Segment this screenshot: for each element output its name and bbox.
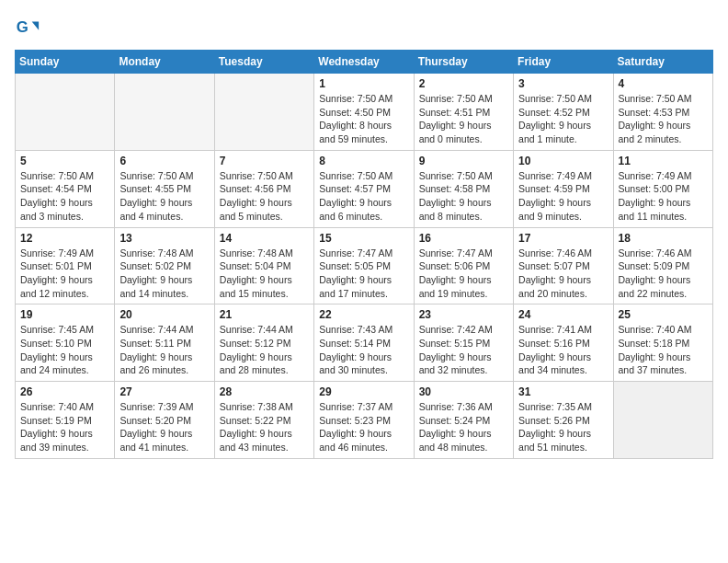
day-of-week-header: Tuesday — [214, 51, 313, 74]
day-info: Sunrise: 7:50 AM Sunset: 4:53 PM Dayligh… — [619, 92, 708, 146]
svg-marker-1 — [32, 21, 39, 29]
calendar-day-cell: 17Sunrise: 7:46 AM Sunset: 5:07 PM Dayli… — [514, 227, 613, 304]
calendar-day-cell: 14Sunrise: 7:48 AM Sunset: 5:04 PM Dayli… — [214, 227, 313, 304]
calendar-day-cell — [16, 74, 115, 151]
day-info: Sunrise: 7:48 AM Sunset: 5:02 PM Dayligh… — [119, 247, 209, 301]
calendar-day-cell: 15Sunrise: 7:47 AM Sunset: 5:05 PM Dayli… — [314, 227, 414, 304]
day-of-week-header: Sunday — [16, 51, 115, 74]
day-number: 27 — [119, 385, 209, 398]
calendar-day-cell: 25Sunrise: 7:40 AM Sunset: 5:18 PM Dayli… — [613, 304, 712, 382]
day-number: 30 — [419, 385, 508, 398]
calendar-day-cell: 1Sunrise: 7:50 AM Sunset: 4:50 PM Daylig… — [314, 74, 414, 151]
day-info: Sunrise: 7:47 AM Sunset: 5:05 PM Dayligh… — [319, 247, 408, 301]
day-info: Sunrise: 7:46 AM Sunset: 5:07 PM Dayligh… — [518, 247, 608, 301]
day-number: 9 — [419, 155, 508, 167]
day-number: 6 — [119, 155, 209, 167]
svg-text:G: G — [17, 18, 28, 36]
day-info: Sunrise: 7:49 AM Sunset: 5:01 PM Dayligh… — [20, 247, 109, 301]
day-info: Sunrise: 7:50 AM Sunset: 4:51 PM Dayligh… — [419, 92, 508, 146]
day-number: 5 — [20, 155, 109, 167]
day-number: 1 — [319, 77, 408, 90]
calendar-day-cell: 26Sunrise: 7:40 AM Sunset: 5:19 PM Dayli… — [16, 382, 115, 459]
day-info: Sunrise: 7:44 AM Sunset: 5:11 PM Dayligh… — [119, 323, 209, 377]
day-info: Sunrise: 7:50 AM Sunset: 4:50 PM Dayligh… — [319, 92, 408, 146]
calendar-day-cell — [115, 74, 214, 151]
calendar-week-row: 19Sunrise: 7:45 AM Sunset: 5:10 PM Dayli… — [16, 304, 713, 382]
calendar-day-cell: 29Sunrise: 7:37 AM Sunset: 5:23 PM Dayli… — [314, 382, 414, 459]
day-number: 11 — [619, 155, 708, 167]
day-info: Sunrise: 7:47 AM Sunset: 5:06 PM Dayligh… — [419, 247, 508, 301]
calendar-day-cell: 8Sunrise: 7:50 AM Sunset: 4:57 PM Daylig… — [314, 150, 414, 227]
day-info: Sunrise: 7:40 AM Sunset: 5:19 PM Dayligh… — [20, 400, 109, 454]
day-info: Sunrise: 7:44 AM Sunset: 5:12 PM Dayligh… — [220, 323, 309, 377]
logo-icon: G — [15, 15, 40, 40]
day-number: 2 — [419, 77, 508, 90]
day-info: Sunrise: 7:46 AM Sunset: 5:09 PM Dayligh… — [619, 247, 708, 301]
day-number: 3 — [518, 77, 608, 90]
day-number: 17 — [518, 232, 608, 245]
day-info: Sunrise: 7:50 AM Sunset: 4:56 PM Dayligh… — [220, 169, 309, 224]
day-info: Sunrise: 7:45 AM Sunset: 5:10 PM Dayligh… — [20, 323, 109, 377]
day-info: Sunrise: 7:37 AM Sunset: 5:23 PM Dayligh… — [319, 400, 408, 454]
day-number: 14 — [220, 232, 309, 245]
day-info: Sunrise: 7:49 AM Sunset: 5:00 PM Dayligh… — [619, 169, 708, 224]
day-number: 31 — [518, 385, 608, 398]
logo: G — [15, 15, 44, 40]
day-info: Sunrise: 7:41 AM Sunset: 5:16 PM Dayligh… — [518, 323, 608, 377]
calendar-day-cell: 13Sunrise: 7:48 AM Sunset: 5:02 PM Dayli… — [115, 227, 214, 304]
calendar-week-row: 12Sunrise: 7:49 AM Sunset: 5:01 PM Dayli… — [16, 227, 713, 304]
calendar-day-cell: 28Sunrise: 7:38 AM Sunset: 5:22 PM Dayli… — [214, 382, 313, 459]
calendar-day-cell: 12Sunrise: 7:49 AM Sunset: 5:01 PM Dayli… — [16, 227, 115, 304]
calendar-day-cell: 19Sunrise: 7:45 AM Sunset: 5:10 PM Dayli… — [16, 304, 115, 382]
day-info: Sunrise: 7:50 AM Sunset: 4:55 PM Dayligh… — [119, 169, 209, 224]
day-info: Sunrise: 7:35 AM Sunset: 5:26 PM Dayligh… — [518, 400, 608, 454]
day-info: Sunrise: 7:50 AM Sunset: 4:58 PM Dayligh… — [419, 169, 508, 224]
day-info: Sunrise: 7:36 AM Sunset: 5:24 PM Dayligh… — [419, 400, 508, 454]
day-number: 8 — [319, 155, 408, 167]
calendar-day-cell — [613, 382, 712, 459]
day-number: 16 — [419, 232, 508, 245]
calendar-day-cell: 3Sunrise: 7:50 AM Sunset: 4:52 PM Daylig… — [514, 74, 613, 151]
day-number: 24 — [518, 308, 608, 321]
day-number: 13 — [119, 232, 209, 245]
calendar-day-cell: 5Sunrise: 7:50 AM Sunset: 4:54 PM Daylig… — [16, 150, 115, 227]
day-number: 15 — [319, 232, 408, 245]
day-info: Sunrise: 7:50 AM Sunset: 4:52 PM Dayligh… — [518, 92, 608, 146]
day-number: 22 — [319, 308, 408, 321]
day-of-week-header: Thursday — [414, 51, 513, 74]
day-number: 23 — [419, 308, 508, 321]
day-of-week-header: Wednesday — [314, 51, 414, 74]
calendar-day-cell — [214, 74, 313, 151]
day-number: 28 — [220, 385, 309, 398]
day-number: 25 — [619, 308, 708, 321]
calendar-week-row: 5Sunrise: 7:50 AM Sunset: 4:54 PM Daylig… — [16, 150, 713, 227]
calendar-week-row: 26Sunrise: 7:40 AM Sunset: 5:19 PM Dayli… — [16, 382, 713, 459]
page-header: G — [15, 15, 713, 40]
day-number: 18 — [619, 232, 708, 245]
day-info: Sunrise: 7:43 AM Sunset: 5:14 PM Dayligh… — [319, 323, 408, 377]
day-of-week-header: Friday — [514, 51, 613, 74]
calendar-day-cell: 21Sunrise: 7:44 AM Sunset: 5:12 PM Dayli… — [214, 304, 313, 382]
day-info: Sunrise: 7:49 AM Sunset: 4:59 PM Dayligh… — [518, 169, 608, 224]
calendar-day-cell: 22Sunrise: 7:43 AM Sunset: 5:14 PM Dayli… — [314, 304, 414, 382]
day-number: 21 — [220, 308, 309, 321]
day-of-week-header: Saturday — [613, 51, 712, 74]
calendar-week-row: 1Sunrise: 7:50 AM Sunset: 4:50 PM Daylig… — [16, 74, 713, 151]
day-number: 12 — [20, 232, 109, 245]
calendar-header-row: SundayMondayTuesdayWednesdayThursdayFrid… — [16, 51, 713, 74]
calendar-day-cell: 6Sunrise: 7:50 AM Sunset: 4:55 PM Daylig… — [115, 150, 214, 227]
day-number: 20 — [119, 308, 209, 321]
day-number: 29 — [319, 385, 408, 398]
day-info: Sunrise: 7:42 AM Sunset: 5:15 PM Dayligh… — [419, 323, 508, 377]
calendar-table: SundayMondayTuesdayWednesdayThursdayFrid… — [15, 50, 713, 459]
calendar-day-cell: 2Sunrise: 7:50 AM Sunset: 4:51 PM Daylig… — [414, 74, 513, 151]
day-number: 26 — [20, 385, 109, 398]
day-info: Sunrise: 7:39 AM Sunset: 5:20 PM Dayligh… — [119, 400, 209, 454]
calendar-day-cell: 27Sunrise: 7:39 AM Sunset: 5:20 PM Dayli… — [115, 382, 214, 459]
calendar-day-cell: 4Sunrise: 7:50 AM Sunset: 4:53 PM Daylig… — [613, 74, 712, 151]
calendar-day-cell: 23Sunrise: 7:42 AM Sunset: 5:15 PM Dayli… — [414, 304, 513, 382]
day-info: Sunrise: 7:50 AM Sunset: 4:54 PM Dayligh… — [20, 169, 109, 224]
day-info: Sunrise: 7:38 AM Sunset: 5:22 PM Dayligh… — [220, 400, 309, 454]
day-number: 19 — [20, 308, 109, 321]
day-of-week-header: Monday — [115, 51, 214, 74]
